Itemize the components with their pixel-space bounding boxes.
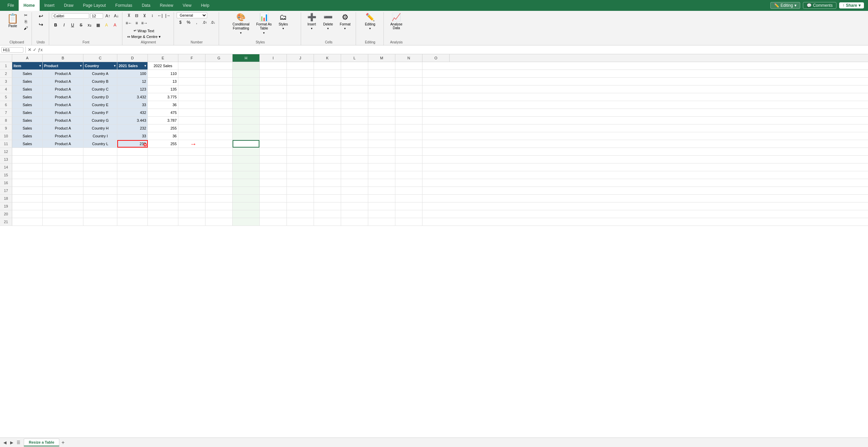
cell-f20[interactable]	[178, 210, 205, 218]
indent-increase-button[interactable]: |→	[164, 12, 172, 19]
row-num-12[interactable]: 12	[0, 148, 12, 155]
bold-button[interactable]: B	[52, 21, 59, 29]
cell-c9[interactable]: Country H	[83, 124, 117, 132]
cell-k7[interactable]	[314, 109, 341, 116]
cell-a17[interactable]	[12, 187, 43, 194]
col-header-e[interactable]: E	[148, 54, 178, 62]
cell-j14[interactable]	[287, 163, 314, 171]
cell-l12[interactable]	[341, 148, 368, 155]
currency-button[interactable]: $	[177, 19, 184, 25]
tab-page-layout[interactable]: Page Layout	[78, 0, 111, 11]
cell-l14[interactable]	[341, 163, 368, 171]
cell-d4[interactable]: 123	[117, 85, 148, 93]
cell-i11[interactable]	[260, 140, 287, 148]
cell-f12[interactable]	[178, 148, 205, 155]
row-num-1[interactable]: 1	[0, 62, 12, 70]
decrease-decimal-button[interactable]: .0↓	[209, 19, 217, 25]
cell-h8[interactable]	[233, 117, 260, 124]
cell-k2[interactable]	[314, 70, 341, 77]
tab-formulas[interactable]: Formulas	[111, 0, 137, 11]
cell-a4[interactable]: Sales	[12, 85, 43, 93]
indent-decrease-button[interactable]: ←|	[156, 12, 164, 19]
cell-j1[interactable]	[287, 62, 314, 70]
cell-e18[interactable]	[148, 195, 178, 202]
cell-h4[interactable]	[233, 85, 260, 93]
cell-d2[interactable]: 100	[117, 70, 148, 77]
cell-g4[interactable]	[205, 85, 233, 93]
cell-c10[interactable]: Country I	[83, 132, 117, 140]
cell-k8[interactable]	[314, 117, 341, 124]
cell-j4[interactable]	[287, 85, 314, 93]
cell-e16[interactable]	[148, 179, 178, 187]
cell-j7[interactable]	[287, 109, 314, 116]
cell-f6[interactable]	[178, 101, 205, 109]
cell-a21[interactable]	[12, 218, 43, 226]
col-header-n[interactable]: N	[395, 54, 422, 62]
cell-j10[interactable]	[287, 132, 314, 140]
cell-f17[interactable]	[178, 187, 205, 194]
cell-e6[interactable]: 36	[148, 101, 178, 109]
cell-f13[interactable]	[178, 156, 205, 163]
cell-n2[interactable]	[395, 70, 422, 77]
row-num-8[interactable]: 8	[0, 117, 12, 124]
cell-j9[interactable]	[287, 124, 314, 132]
cell-a11[interactable]: Sales	[12, 140, 43, 148]
cell-g2[interactable]	[205, 70, 233, 77]
cell-f4[interactable]	[178, 85, 205, 93]
align-right-button[interactable]: ≡→	[141, 20, 148, 26]
add-sheet-button[interactable]: +	[59, 439, 67, 441]
cell-a1[interactable]: Item ▾	[12, 62, 43, 70]
cell-e2[interactable]: 110	[148, 70, 178, 77]
cell-d1[interactable]: 2021 Sales ▾	[117, 62, 148, 70]
row-num-19[interactable]: 19	[0, 202, 12, 210]
cell-i1[interactable]	[260, 62, 287, 70]
cell-l13[interactable]	[341, 156, 368, 163]
cell-m3[interactable]	[368, 78, 395, 85]
cell-b21[interactable]	[43, 218, 83, 226]
cell-i12[interactable]	[260, 148, 287, 155]
cell-h14[interactable]	[233, 163, 260, 171]
cell-f8[interactable]	[178, 117, 205, 124]
cell-j5[interactable]	[287, 93, 314, 101]
conditional-formatting-button[interactable]: 🎨 ConditionalFormatting ▾	[230, 12, 252, 35]
cell-g18[interactable]	[205, 195, 233, 202]
sheet-prev-button[interactable]: ◀	[1, 439, 8, 441]
cell-b18[interactable]	[43, 195, 83, 202]
row-num-14[interactable]: 14	[0, 163, 12, 171]
cell-c2[interactable]: Country A	[83, 70, 117, 77]
cell-m17[interactable]	[368, 187, 395, 194]
cell-n21[interactable]	[395, 218, 422, 226]
row-num-4[interactable]: 4	[0, 85, 12, 93]
cell-e1[interactable]: 2022 Sales	[148, 62, 178, 70]
cell-f16[interactable]	[178, 179, 205, 187]
cell-d15[interactable]	[117, 171, 148, 179]
cell-n1[interactable]	[395, 62, 422, 70]
row-num-7[interactable]: 7	[0, 109, 12, 116]
cell-b12[interactable]	[43, 148, 83, 155]
cell-f19[interactable]	[178, 202, 205, 210]
cell-b2[interactable]: Product A	[43, 70, 83, 77]
cell-a18[interactable]	[12, 195, 43, 202]
insert-button[interactable]: ➕ Insert ▾	[304, 12, 319, 31]
cell-d12[interactable]	[117, 148, 148, 155]
cell-c20[interactable]	[83, 210, 117, 218]
cell-m16[interactable]	[368, 179, 395, 187]
cell-l4[interactable]	[341, 85, 368, 93]
cell-i14[interactable]	[260, 163, 287, 171]
cell-k4[interactable]	[314, 85, 341, 93]
cell-b7[interactable]: Product A	[43, 109, 83, 116]
cell-f3[interactable]	[178, 78, 205, 85]
cell-l9[interactable]	[341, 124, 368, 132]
analyse-data-button[interactable]: 📈 AnalyseData	[388, 12, 405, 31]
cell-d7[interactable]: 432	[117, 109, 148, 116]
cell-f2[interactable]	[178, 70, 205, 77]
cell-c3[interactable]: Country B	[83, 78, 117, 85]
cell-c1[interactable]: Country ▾	[83, 62, 117, 70]
cell-l15[interactable]	[341, 171, 368, 179]
comma-button[interactable]: ,	[193, 19, 200, 25]
cell-k6[interactable]	[314, 101, 341, 109]
cell-f21[interactable]	[178, 218, 205, 226]
cell-h2[interactable]	[233, 70, 260, 77]
cell-l1[interactable]	[341, 62, 368, 70]
paste-button[interactable]: 📋 Paste	[4, 12, 21, 28]
